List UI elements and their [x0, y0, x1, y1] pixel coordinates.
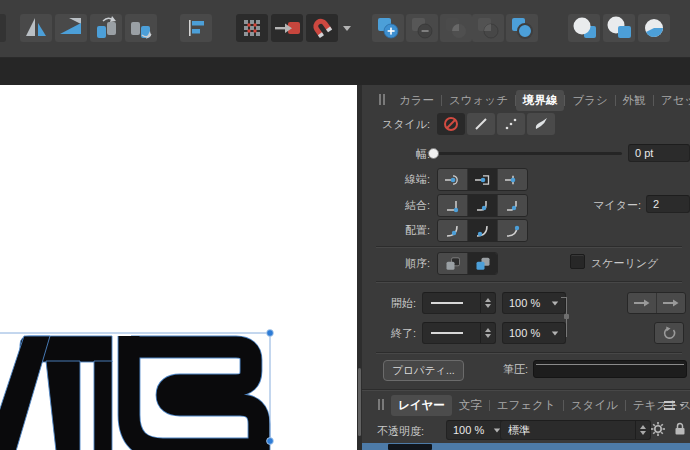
stroke-front-icon [475, 257, 491, 271]
pressure-label: 筆圧: [490, 363, 528, 376]
boolean-divide-button[interactable] [472, 14, 504, 42]
hamburger-icon [664, 399, 675, 412]
rotate-ccw-button[interactable] [90, 14, 122, 42]
tab-stroke[interactable]: 境界線 [516, 90, 565, 111]
align-outside-button[interactable] [498, 220, 527, 241]
stepper-icon[interactable] [480, 323, 495, 343]
rotate-cw-button[interactable] [125, 14, 157, 42]
round-join-button[interactable] [468, 195, 498, 216]
tab-appearance[interactable]: 外観 [616, 90, 653, 111]
arrow-button-group [627, 292, 686, 314]
brush-stroke-button[interactable] [527, 113, 555, 135]
compound-front-icon [603, 14, 635, 42]
align-center-button[interactable] [438, 220, 468, 241]
selection-handle-bottom-right[interactable] [267, 438, 274, 445]
dropdown-caret-icon [552, 331, 558, 335]
end-pressure-dropdown[interactable]: 100 % [502, 322, 566, 344]
opacity-dropdown[interactable]: 100 % [446, 420, 508, 440]
boolean-subtract-button[interactable] [406, 14, 438, 42]
miter-join-button[interactable] [438, 195, 468, 216]
properties-button[interactable]: プロパティ... [383, 360, 464, 381]
end-linestyle-dropdown[interactable] [422, 322, 496, 344]
butt-cap-button[interactable] [498, 169, 527, 190]
blend-mode-value: 標準 [508, 423, 530, 438]
magnet-dropdown-button[interactable] [340, 14, 354, 42]
tab-swatches[interactable]: スウォッチ [442, 90, 515, 111]
stroke-front-button[interactable] [468, 253, 497, 274]
tab-brushes[interactable]: ブラシ [565, 90, 614, 111]
tab-assets[interactable]: アセット [654, 90, 690, 111]
stroke-panel-tabs: カラー スウォッチ 境界線 ブラシ 外観 アセット [392, 90, 690, 111]
tab-color[interactable]: カラー [392, 90, 441, 111]
solid-stroke-button[interactable] [467, 113, 495, 135]
align-center-icon [445, 224, 461, 238]
snapping-grid-button[interactable] [236, 14, 268, 42]
collapse-chevron-icon[interactable] [0, 14, 6, 42]
width-slider-knob[interactable] [428, 148, 439, 159]
arrow-right-slot-button[interactable] [657, 293, 685, 313]
opacity-label: 不透明度: [377, 425, 424, 438]
boolean-xor-button[interactable] [506, 14, 538, 42]
stroke-behind-icon [445, 257, 461, 271]
round-cap-icon [443, 173, 463, 187]
boolean-xor-icon [506, 14, 538, 42]
no-stroke-button[interactable] [437, 113, 465, 135]
stepper-icon[interactable] [480, 293, 495, 313]
panel-grip-icon[interactable] [378, 399, 384, 410]
alignment-button[interactable] [180, 14, 212, 42]
document-canvas[interactable] [0, 85, 357, 450]
compound-merge-button[interactable] [568, 14, 600, 42]
start-linestyle-dropdown[interactable] [422, 292, 496, 314]
boolean-add-button[interactable] [372, 14, 404, 42]
start-pressure-dropdown[interactable]: 100 % [502, 292, 566, 314]
refresh-icon [661, 326, 677, 340]
butt-cap-icon [503, 173, 523, 187]
reverse-button[interactable] [655, 323, 683, 343]
flip-vertical-button[interactable] [55, 14, 87, 42]
pressure-profile-bar[interactable] [533, 360, 687, 378]
square-cap-button[interactable] [468, 169, 498, 190]
layer-row-selected[interactable] [362, 443, 690, 450]
logo-shape[interactable] [0, 336, 259, 450]
boolean-intersect-button[interactable] [440, 14, 472, 42]
tab-character[interactable]: 文字 [452, 395, 489, 416]
square-cap-icon [473, 173, 493, 187]
bevel-join-button[interactable] [498, 195, 527, 216]
compound-split-button[interactable] [638, 14, 670, 42]
snapping-magnet-button[interactable] [306, 14, 338, 42]
stroke-behind-button[interactable] [438, 253, 468, 274]
scaling-label: スケーリング [591, 257, 658, 270]
insert-target-button[interactable] [271, 14, 303, 42]
start-label: 開始: [378, 297, 416, 310]
compound-front-button[interactable] [603, 14, 635, 42]
arrow-left-slot-button[interactable] [628, 293, 657, 313]
flip-horizontal-button[interactable] [20, 14, 52, 42]
section-divider [376, 281, 682, 282]
width-label: 幅: [378, 148, 430, 161]
panel-menu-button[interactable] [664, 399, 686, 412]
tab-layers[interactable]: レイヤー [391, 395, 452, 416]
align-inside-button[interactable] [468, 220, 498, 241]
lock-icon[interactable] [672, 421, 688, 437]
selection-handle-top-right[interactable] [267, 330, 274, 337]
panel-separator [362, 389, 690, 390]
blend-mode-dropdown[interactable]: 標準 [500, 420, 651, 440]
dashed-stroke-button[interactable] [497, 113, 525, 135]
miter-value-field[interactable]: 2 [646, 195, 690, 213]
bevel-join-icon [505, 199, 521, 213]
tab-effects[interactable]: エフェクト [490, 395, 563, 416]
stepper-icon[interactable] [635, 421, 650, 439]
order-button-group [437, 252, 498, 275]
layer-thumbnail [388, 444, 432, 450]
canvas-scrollbar[interactable] [358, 368, 361, 436]
round-cap-button[interactable] [438, 169, 468, 190]
tab-styles[interactable]: スタイル [564, 395, 625, 416]
align-inside-icon [475, 224, 491, 238]
insert-target-icon [271, 14, 303, 42]
scaling-checkbox[interactable] [570, 254, 585, 269]
panel-grip-icon[interactable] [379, 94, 385, 105]
gear-icon[interactable] [650, 421, 666, 437]
width-value-field[interactable]: 0 pt [628, 144, 690, 162]
width-slider-track[interactable] [428, 152, 622, 155]
miter-join-icon [445, 199, 461, 213]
